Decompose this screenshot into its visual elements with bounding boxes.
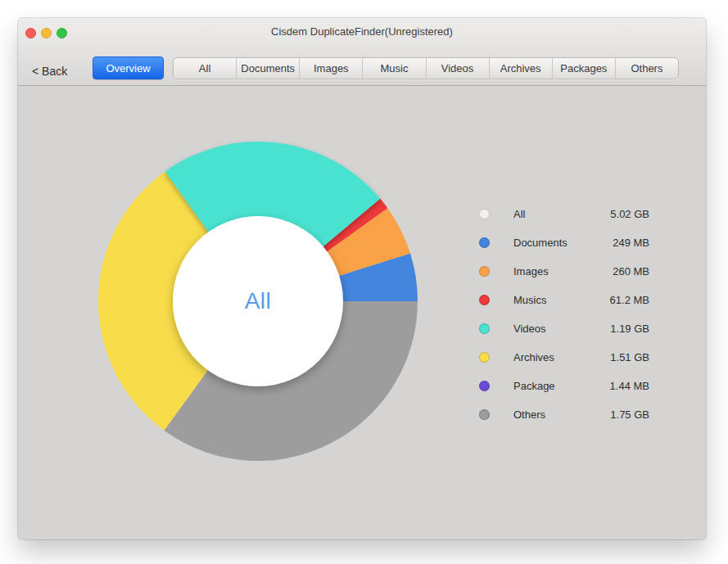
- legend-dot-package: [479, 381, 490, 391]
- legend-size: 1.19 GB: [610, 323, 649, 335]
- legend-dot-all: [479, 209, 490, 219]
- legend-size: 249 MB: [613, 237, 649, 249]
- legend-row-package[interactable]: Package1.44 MB: [479, 372, 649, 400]
- window-title: Cisdem DuplicateFinder(Unregistered): [271, 25, 453, 38]
- tab-images[interactable]: Images: [299, 58, 362, 79]
- close-button[interactable]: [25, 28, 36, 38]
- legend-label: Musics: [513, 294, 610, 306]
- tab-music[interactable]: Music: [362, 58, 425, 79]
- titlebar: Cisdem DuplicateFinder(Unregistered): [18, 18, 706, 44]
- legend-size: 260 MB: [613, 265, 649, 277]
- legend-dot-others: [479, 409, 490, 420]
- legend-dot-documents: [479, 237, 490, 248]
- legend-dot-archives: [479, 352, 490, 363]
- legend-row-others[interactable]: Others1.75 GB: [479, 400, 649, 429]
- back-button[interactable]: < Back: [32, 65, 67, 78]
- legend-row-images[interactable]: Images260 MB: [479, 257, 649, 286]
- legend-size: 5.02 GB: [610, 208, 649, 220]
- legend-label: All: [513, 208, 610, 220]
- chart-center-label: All: [209, 283, 307, 319]
- legend-label: Archives: [513, 351, 610, 363]
- legend-label: Videos: [513, 323, 610, 335]
- traffic-lights: [25, 28, 67, 38]
- tab-packages[interactable]: Packages: [552, 58, 615, 79]
- legend-row-all[interactable]: All5.02 GB: [479, 200, 649, 228]
- overview-button[interactable]: Overview: [93, 56, 164, 79]
- legend-label: Package: [513, 380, 610, 392]
- legend-label: Others: [513, 408, 610, 421]
- window-chrome: Cisdem DuplicateFinder(Unregistered) < B…: [18, 18, 706, 86]
- legend-dot-images: [479, 266, 490, 277]
- tab-documents[interactable]: Documents: [236, 58, 299, 79]
- legend-label: Documents: [513, 237, 613, 249]
- legend-row-videos[interactable]: Videos1.19 GB: [479, 314, 649, 343]
- tab-videos[interactable]: Videos: [426, 58, 489, 79]
- tab-archives[interactable]: Archives: [489, 58, 552, 79]
- zoom-button[interactable]: [57, 28, 67, 38]
- legend-size: 1.44 MB: [610, 380, 649, 392]
- legend-size: 61.2 MB: [610, 294, 649, 306]
- content-area: All All5.02 GBDocuments249 MBImages260 M…: [18, 87, 706, 539]
- tab-all[interactable]: All: [174, 58, 236, 79]
- tab-others[interactable]: Others: [615, 58, 678, 79]
- legend-label: Images: [513, 265, 613, 277]
- legend-dot-videos: [479, 323, 490, 334]
- legend-row-musics[interactable]: Musics61.2 MB: [479, 286, 649, 314]
- legend-dot-musics: [479, 295, 490, 305]
- legend-row-archives[interactable]: Archives1.51 GB: [479, 343, 649, 372]
- category-tabs: AllDocumentsImagesMusicVideosArchivesPac…: [173, 57, 679, 79]
- legend-size: 1.75 GB: [610, 408, 649, 421]
- legend-row-documents[interactable]: Documents249 MB: [479, 228, 649, 257]
- app-window: Cisdem DuplicateFinder(Unregistered) < B…: [18, 18, 706, 539]
- minimize-button[interactable]: [41, 28, 52, 38]
- chart-legend: All5.02 GBDocuments249 MBImages260 MBMus…: [479, 200, 649, 429]
- legend-size: 1.51 GB: [610, 351, 649, 363]
